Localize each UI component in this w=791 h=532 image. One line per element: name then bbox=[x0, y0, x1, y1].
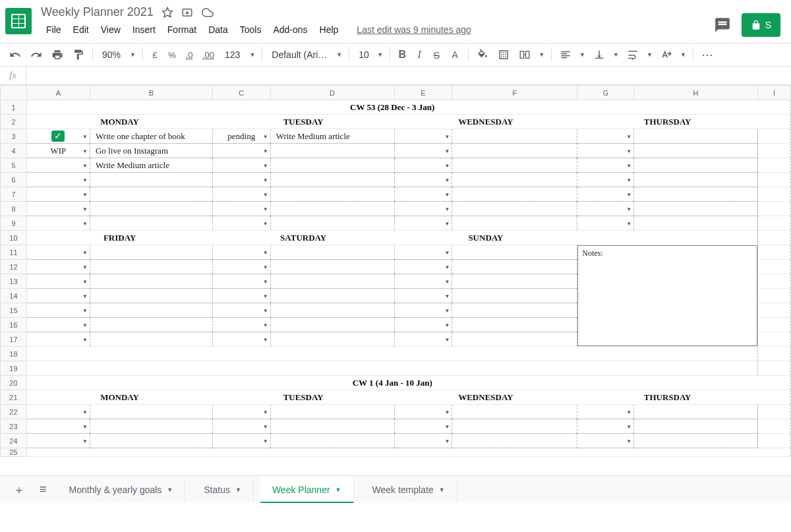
chevron-down-icon[interactable]: ▼ bbox=[263, 249, 268, 255]
redo-button[interactable] bbox=[26, 46, 46, 63]
status-cell[interactable]: ▼ bbox=[394, 260, 452, 274]
status-cell[interactable]: WIP▼ bbox=[26, 144, 90, 158]
print-button[interactable] bbox=[47, 46, 67, 63]
row-header[interactable]: 16 bbox=[1, 318, 27, 332]
percent-button[interactable]: % bbox=[164, 46, 180, 63]
task-cell[interactable] bbox=[452, 419, 577, 434]
task-cell[interactable] bbox=[452, 173, 577, 187]
formats-dropdown-icon[interactable]: ▼ bbox=[247, 51, 258, 58]
task-cell[interactable] bbox=[90, 187, 212, 202]
status-cell[interactable]: ▼ bbox=[577, 419, 634, 434]
menu-view[interactable]: View bbox=[96, 22, 126, 38]
sheets-logo[interactable] bbox=[5, 8, 32, 34]
status-cell[interactable]: ▼ bbox=[212, 274, 270, 289]
chevron-down-icon[interactable]: ▼ bbox=[445, 206, 450, 212]
status-cell[interactable]: ▼ bbox=[577, 216, 634, 231]
row-header[interactable]: 7 bbox=[1, 187, 27, 202]
chevron-down-icon[interactable]: ▼ bbox=[626, 177, 631, 183]
status-cell[interactable]: ▼ bbox=[26, 245, 90, 260]
col-header-f[interactable]: F bbox=[452, 86, 577, 100]
v-align-button[interactable] bbox=[589, 46, 609, 63]
row-header[interactable]: 24 bbox=[1, 434, 27, 448]
select-all-corner[interactable] bbox=[1, 86, 27, 100]
task-cell[interactable] bbox=[270, 260, 394, 274]
menu-help[interactable]: Help bbox=[314, 22, 344, 38]
task-cell[interactable] bbox=[270, 187, 394, 202]
status-cell[interactable]: ▼ bbox=[394, 158, 452, 173]
task-cell[interactable] bbox=[270, 173, 394, 187]
status-cell[interactable]: ▼ bbox=[212, 434, 270, 448]
tab-monthly-yearly-goals[interactable]: Monthly & yearly goals▼ bbox=[57, 478, 186, 502]
task-cell[interactable] bbox=[634, 405, 758, 419]
col-header-d[interactable]: D bbox=[270, 86, 394, 100]
task-cell[interactable]: Write one chapter of book bbox=[90, 129, 212, 144]
chevron-down-icon[interactable]: ▼ bbox=[626, 409, 631, 415]
status-cell[interactable]: ▼ bbox=[394, 202, 452, 216]
task-cell[interactable] bbox=[452, 332, 577, 347]
task-cell[interactable] bbox=[452, 260, 577, 274]
merge-dropdown-icon[interactable]: ▼ bbox=[536, 51, 547, 58]
status-cell[interactable]: ▼ bbox=[26, 274, 90, 289]
font-selector[interactable]: Default (Ari… bbox=[266, 47, 332, 63]
chevron-down-icon[interactable]: ▼ bbox=[263, 148, 268, 154]
task-cell[interactable] bbox=[90, 434, 212, 448]
task-cell[interactable] bbox=[270, 144, 394, 158]
task-cell[interactable] bbox=[270, 332, 394, 347]
italic-button[interactable]: I bbox=[411, 46, 427, 63]
rotation-dropdown-icon[interactable]: ▼ bbox=[678, 51, 689, 58]
v-align-dropdown-icon[interactable]: ▼ bbox=[610, 51, 622, 58]
comment-history-icon[interactable] bbox=[714, 16, 731, 34]
day-header-sunday[interactable]: SUNDAY bbox=[394, 231, 577, 245]
font-size-dropdown-icon[interactable]: ▼ bbox=[374, 51, 386, 58]
menu-format[interactable]: Format bbox=[162, 22, 202, 38]
chevron-down-icon[interactable]: ▼ bbox=[263, 133, 268, 139]
task-cell[interactable]: Go live on Instagram bbox=[90, 144, 212, 158]
chevron-down-icon[interactable]: ▼ bbox=[263, 307, 268, 313]
status-cell[interactable]: ▼ bbox=[394, 419, 452, 434]
chevron-down-icon[interactable]: ▼ bbox=[445, 148, 450, 154]
chevron-down-icon[interactable]: ▼ bbox=[263, 423, 268, 429]
status-cell[interactable]: ✓▼ bbox=[26, 129, 90, 144]
tab-week-template[interactable]: Week template▼ bbox=[361, 478, 457, 502]
chevron-down-icon[interactable]: ▼ bbox=[263, 162, 268, 168]
row-header[interactable]: 9 bbox=[1, 216, 27, 231]
tab-status[interactable]: Status▼ bbox=[192, 478, 254, 502]
day-header-thursday[interactable]: THURSDAY bbox=[577, 115, 758, 129]
status-cell[interactable]: ▼ bbox=[26, 434, 90, 448]
task-cell[interactable] bbox=[270, 289, 394, 303]
chevron-down-icon[interactable]: ▼ bbox=[263, 177, 268, 183]
paint-format-button[interactable] bbox=[69, 46, 88, 63]
task-cell[interactable] bbox=[270, 419, 394, 434]
week-title[interactable]: CW 1 (4 Jan - 10 Jan) bbox=[26, 376, 757, 390]
status-cell[interactable]: ▼ bbox=[577, 405, 634, 419]
chevron-down-icon[interactable]: ▼ bbox=[626, 423, 631, 429]
status-cell[interactable]: ▼ bbox=[212, 405, 270, 419]
status-cell[interactable]: ▼ bbox=[212, 216, 270, 231]
chevron-down-icon[interactable]: ▼ bbox=[82, 307, 88, 313]
empty-cell[interactable] bbox=[26, 361, 757, 376]
chevron-down-icon[interactable]: ▼ bbox=[445, 336, 450, 342]
row-header[interactable]: 22 bbox=[1, 405, 27, 419]
chevron-down-icon[interactable]: ▼ bbox=[263, 322, 268, 328]
task-cell[interactable] bbox=[90, 173, 212, 187]
chevron-down-icon[interactable]: ▼ bbox=[445, 177, 450, 183]
chevron-down-icon[interactable]: ▼ bbox=[82, 220, 88, 226]
task-cell[interactable] bbox=[90, 274, 212, 289]
task-cell[interactable] bbox=[634, 419, 758, 434]
text-rotation-button[interactable] bbox=[657, 46, 676, 63]
chevron-down-icon[interactable]: ▼ bbox=[445, 438, 450, 444]
menu-tools[interactable]: Tools bbox=[235, 22, 267, 38]
spreadsheet-grid[interactable]: A B C D E F G H I 1 CW 53 (28 Dec - 3 Ja… bbox=[0, 85, 791, 475]
chevron-down-icon[interactable]: ▼ bbox=[82, 293, 88, 299]
status-cell[interactable]: ▼ bbox=[394, 405, 452, 419]
day-header-thursday[interactable]: THURSDAY bbox=[577, 390, 758, 405]
chevron-down-icon[interactable]: ▼ bbox=[626, 162, 631, 168]
status-cell[interactable]: ▼ bbox=[26, 289, 90, 303]
col-header-g[interactable]: G bbox=[577, 86, 634, 100]
chevron-down-icon[interactable]: ▼ bbox=[626, 133, 631, 139]
menu-edit[interactable]: Edit bbox=[68, 22, 94, 38]
task-cell[interactable] bbox=[270, 245, 394, 260]
row-header[interactable]: 14 bbox=[1, 289, 27, 303]
task-cell[interactable] bbox=[634, 216, 758, 231]
row-header[interactable]: 2 bbox=[1, 115, 27, 129]
